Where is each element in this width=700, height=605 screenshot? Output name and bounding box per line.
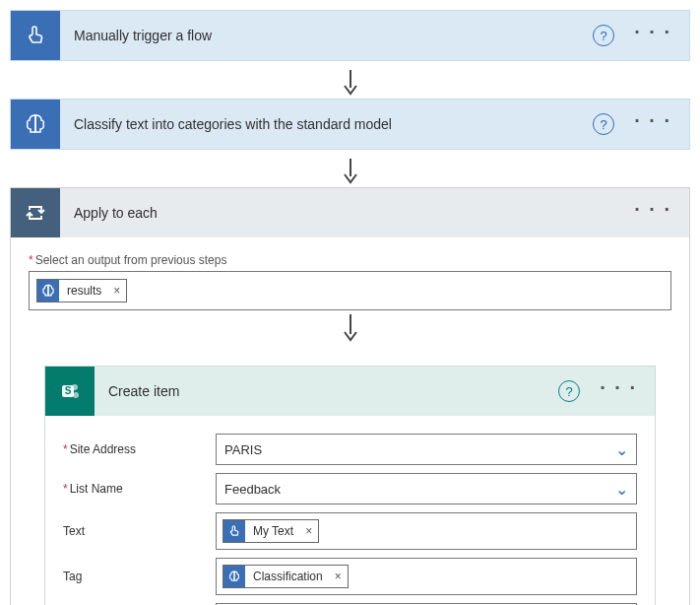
row-site-address: *Site Address PARIS ⌄ <box>63 434 637 465</box>
site-address-value: PARIS <box>224 442 262 457</box>
label-text: Text <box>63 524 216 538</box>
row-tag: Tag Classification × <box>63 558 637 595</box>
svg-point-6 <box>73 392 79 398</box>
step-trigger[interactable]: Manually trigger a flow ? · · · <box>10 10 690 61</box>
more-icon[interactable]: · · · <box>628 21 677 43</box>
list-name-select[interactable]: Feedback ⌄ <box>216 473 637 504</box>
help-icon[interactable]: ? <box>558 380 580 402</box>
svg-point-5 <box>72 384 78 390</box>
token-label: My Text <box>245 524 299 538</box>
more-icon[interactable]: · · · <box>628 198 677 221</box>
step-classify[interactable]: Classify text into categories with the s… <box>10 99 690 150</box>
loop-icon <box>11 188 60 237</box>
touch-icon <box>11 11 60 60</box>
connector-arrow <box>10 156 690 187</box>
step-title: Create item <box>95 383 558 399</box>
brain-icon <box>11 100 60 149</box>
remove-token-icon[interactable]: × <box>107 284 126 298</box>
brain-icon <box>223 566 245 587</box>
connector-arrow <box>10 67 690 99</box>
label-list-name: *List Name <box>63 482 216 496</box>
apply-body: *Select an output from previous steps re… <box>11 237 689 605</box>
step-header[interactable]: Apply to each · · · <box>11 188 689 237</box>
step-title: Classify text into categories with the s… <box>60 116 593 132</box>
token-label: results <box>59 284 107 298</box>
site-address-select[interactable]: PARIS ⌄ <box>216 434 637 465</box>
remove-token-icon[interactable]: × <box>329 570 348 583</box>
label-site-address: *Site Address <box>63 442 216 456</box>
row-list-name: *List Name Feedback ⌄ <box>63 473 637 504</box>
select-output-label: *Select an output from previous steps <box>29 253 671 267</box>
step-header: Classify text into categories with the s… <box>11 100 689 149</box>
token-classification[interactable]: Classification × <box>223 565 349 588</box>
chevron-down-icon: ⌄ <box>615 480 628 499</box>
help-icon[interactable]: ? <box>593 113 614 135</box>
step-header[interactable]: S Create item ? · · · <box>45 367 655 416</box>
remove-token-icon[interactable]: × <box>299 524 318 538</box>
create-item-form: *Site Address PARIS ⌄ *List Name Feedbac… <box>45 416 655 605</box>
step-apply-to-each: Apply to each · · · *Select an output fr… <box>10 187 690 605</box>
text-input[interactable]: My Text × <box>216 512 637 550</box>
step-create-item: S Create item ? · · · *Site Address PARI… <box>44 366 656 605</box>
step-header: Manually trigger a flow ? · · · <box>11 11 689 60</box>
row-text: Text My Text × <box>63 512 637 550</box>
tag-input[interactable]: Classification × <box>216 558 637 595</box>
select-output-input[interactable]: results × <box>29 271 671 310</box>
chevron-down-icon: ⌄ <box>615 440 628 459</box>
sharepoint-icon: S <box>45 367 95 416</box>
brain-icon <box>37 280 59 302</box>
token-my-text[interactable]: My Text × <box>223 519 319 543</box>
connector-arrow <box>29 310 671 346</box>
svg-text:S: S <box>65 385 72 396</box>
list-name-value: Feedback <box>224 482 281 497</box>
help-icon[interactable]: ? <box>593 25 614 46</box>
touch-icon <box>223 520 245 542</box>
step-title: Apply to each <box>60 205 628 221</box>
token-label: Classification <box>245 570 329 583</box>
step-title: Manually trigger a flow <box>60 28 593 43</box>
more-icon[interactable]: · · · <box>594 376 643 399</box>
token-results[interactable]: results × <box>36 279 127 302</box>
label-tag: Tag <box>63 570 216 583</box>
more-icon[interactable]: · · · <box>628 109 677 132</box>
